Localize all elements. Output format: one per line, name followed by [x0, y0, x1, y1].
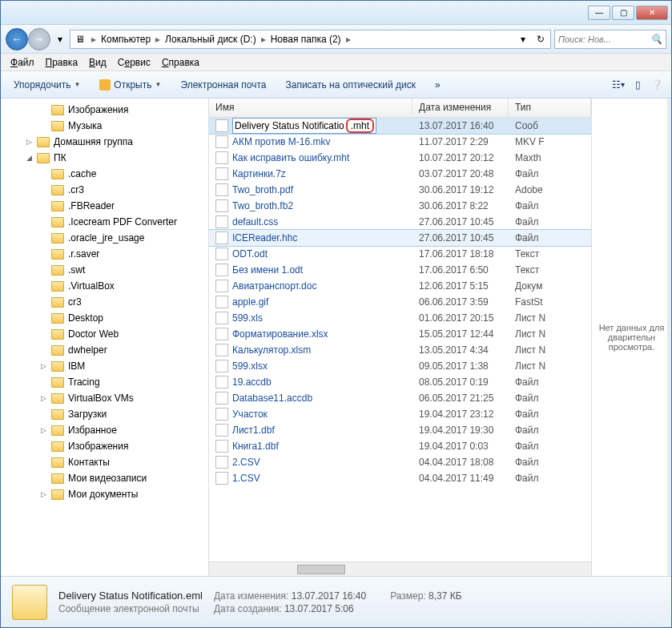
file-row[interactable]: ICEReader.hhc27.06.2017 10:45Файл — [209, 230, 591, 246]
tree-item[interactable]: Изображения — [7, 102, 208, 118]
folder-tree[interactable]: ИзображенияМузыка▷Домашняя группа◢ПК.cac… — [1, 99, 209, 576]
preview-pane-icon[interactable]: ▯ — [631, 78, 644, 91]
file-row[interactable]: 19.accdb08.05.2017 0:19Файл — [209, 374, 591, 390]
col-type[interactable]: Тип — [509, 99, 591, 117]
folder-icon — [51, 249, 64, 260]
col-date[interactable]: Дата изменения — [412, 99, 509, 117]
tree-item[interactable]: cr3 — [7, 294, 208, 310]
organize-button[interactable]: Упорядочить▼ — [9, 78, 85, 92]
rename-input[interactable]: Delivery Status Notificatio.mht — [232, 118, 376, 134]
refresh-icon[interactable]: ↻ — [534, 33, 547, 46]
tree-item[interactable]: ▷Домашняя группа — [7, 134, 208, 150]
view-icon[interactable]: ☷ ▾ — [612, 78, 625, 91]
file-row[interactable]: Авиатранспорт.doc12.06.2017 5:15Докум — [209, 278, 591, 294]
ext-highlight: .mht — [346, 119, 374, 133]
tree-item[interactable]: .swt — [7, 262, 208, 278]
crumb[interactable]: Новая папка (2) — [271, 34, 341, 45]
menu-view[interactable]: Вид — [89, 57, 107, 68]
tree-item[interactable]: .cr3 — [7, 182, 208, 198]
h-scrollbar[interactable] — [209, 562, 591, 576]
file-icon — [215, 472, 228, 485]
file-row[interactable]: Лист1.dbf19.04.2017 19:30Файл — [209, 422, 591, 438]
folder-icon — [51, 105, 64, 115]
help-icon[interactable]: ❔ — [650, 78, 663, 91]
folder-icon — [51, 313, 64, 324]
open-icon — [99, 79, 111, 91]
status-bar: Delivery Status Notification.eml Сообщен… — [1, 576, 671, 627]
preview-pane: Нет данных для дварительн просмотра. — [591, 99, 671, 576]
tree-item[interactable]: ◢ПК — [7, 150, 208, 166]
tree-item[interactable]: ▷Мои документы — [7, 486, 208, 502]
file-icon — [215, 408, 228, 421]
crumb[interactable]: Компьютер — [101, 34, 151, 45]
menu-tools[interactable]: Сервис — [118, 57, 151, 68]
more-button[interactable]: » — [430, 78, 445, 92]
menu-edit[interactable]: Правка — [46, 57, 78, 68]
tree-item[interactable]: .oracle_jre_usage — [7, 230, 208, 246]
tree-item[interactable]: Мои видеозаписи — [7, 470, 208, 486]
file-icon — [215, 231, 228, 244]
file-row[interactable]: 2.CSV04.04.2017 18:08Файл — [209, 454, 591, 470]
file-icon — [215, 392, 228, 405]
tree-item[interactable]: Doctor Web — [7, 326, 208, 342]
email-button[interactable]: Электронная почта — [175, 78, 271, 92]
file-icon — [215, 344, 228, 356]
tree-item[interactable]: Загрузки — [7, 406, 208, 422]
open-button[interactable]: Открыть▼ — [95, 78, 166, 92]
file-row[interactable]: АКМ против М-16.mkv11.07.2017 2:29MKV F — [209, 134, 591, 150]
file-list-pane: Имя Дата изменения Тип Delivery Status N… — [209, 99, 591, 576]
chevron-down-icon[interactable]: ▾ — [517, 33, 529, 46]
tree-item[interactable]: .FBReader — [7, 198, 208, 214]
menu-help[interactable]: Справка — [162, 57, 199, 68]
back-button[interactable]: ← — [6, 28, 28, 50]
file-row[interactable]: Книга1.dbf19.04.2017 0:03Файл — [209, 438, 591, 454]
crumb[interactable]: Локальный диск (D:) — [165, 34, 256, 45]
maximize-button[interactable]: ▢ — [612, 6, 634, 20]
folder-icon — [51, 185, 64, 195]
tree-item[interactable]: .cache — [7, 166, 208, 182]
address-bar[interactable]: 🖥▸ Компьютер▸ Локальный диск (D:)▸ Новая… — [70, 30, 551, 49]
file-row[interactable]: 599.xlsx09.05.2017 1:38Лист N — [209, 358, 591, 374]
tree-item[interactable]: ▷VirtualBox VMs — [7, 390, 208, 406]
nav-row: ← → ▾ 🖥▸ Компьютер▸ Локальный диск (D:)▸… — [1, 25, 671, 54]
tree-item[interactable]: .r.saver — [7, 246, 208, 262]
file-row[interactable]: Форматирование.xlsx15.05.2017 12:44Лист … — [209, 326, 591, 342]
tree-item[interactable]: Desktop — [7, 310, 208, 326]
tree-item[interactable]: Tracing — [7, 374, 208, 390]
tree-item[interactable]: ▷IBM — [7, 358, 208, 374]
file-row[interactable]: Как исправить ошибку.mht10.07.2017 20:12… — [209, 150, 591, 166]
file-row[interactable]: Калькулятор.xlsm13.05.2017 4:34Лист N — [209, 342, 591, 358]
status-filename: Delivery Status Notification.eml — [58, 590, 203, 602]
folder-icon — [51, 329, 64, 340]
file-row[interactable]: ODT.odt17.06.2017 18:18Текст — [209, 246, 591, 262]
menu-file[interactable]: Файл — [10, 57, 34, 68]
file-icon — [215, 424, 228, 437]
tree-item[interactable]: dwhelper — [7, 342, 208, 358]
file-row[interactable]: 1.CSV04.04.2017 11:49Файл — [209, 470, 591, 486]
file-row[interactable]: 599.xls01.06.2017 20:15Лист N — [209, 310, 591, 326]
tree-item[interactable]: Изображения — [7, 438, 208, 454]
file-row[interactable]: Database11.accdb06.05.2017 21:25Файл — [209, 390, 591, 406]
file-row[interactable]: Two_broth.fb230.06.2017 8:22Файл — [209, 198, 591, 214]
burn-button[interactable]: Записать на оптический диск — [281, 78, 421, 92]
tree-item[interactable]: .VirtualBox — [7, 278, 208, 294]
tree-item[interactable]: Контакты — [7, 454, 208, 470]
tree-item[interactable]: Музыка — [7, 118, 208, 134]
file-row[interactable]: apple.gif06.06.2017 3:59FastSt — [209, 294, 591, 310]
chevron-down-icon[interactable]: ▾ — [54, 33, 66, 46]
forward-button[interactable]: → — [28, 28, 50, 50]
file-row[interactable]: Участок19.04.2017 23:12Файл — [209, 406, 591, 422]
file-row[interactable]: Картинки.7z03.07.2017 20:48Файл — [209, 166, 591, 182]
col-name[interactable]: Имя — [209, 99, 412, 117]
file-row[interactable]: Two_broth.pdf30.06.2017 19:12Adobe — [209, 182, 591, 198]
tree-item[interactable]: ▷Избранное — [7, 422, 208, 438]
close-button[interactable]: ✕ — [636, 6, 668, 20]
file-row[interactable]: Без имени 1.odt17.06.2017 6:50Текст — [209, 262, 591, 278]
search-input[interactable]: Поиск: Нов... 🔍 — [554, 30, 666, 49]
minimize-button[interactable]: — — [588, 6, 610, 20]
folder-icon — [37, 137, 50, 147]
file-row[interactable]: default.css27.06.2017 10:45Файл — [209, 214, 591, 230]
file-row[interactable]: Delivery Status Notificatio.mht13.07.201… — [209, 118, 591, 134]
file-icon — [215, 376, 228, 388]
tree-item[interactable]: .Icecream PDF Converter — [7, 214, 208, 230]
